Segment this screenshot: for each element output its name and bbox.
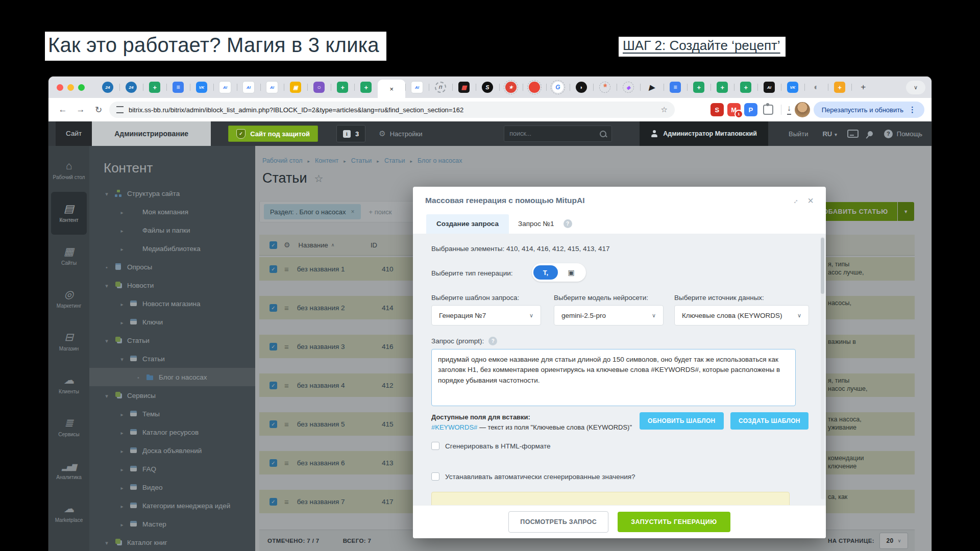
html-format-checkbox[interactable]	[431, 442, 439, 450]
bitrix-top-bar: Сайт Администрирование Сайт под защитой …	[48, 121, 932, 146]
pinned-tab[interactable]: ×	[378, 80, 405, 98]
pinned-tab[interactable]: П	[429, 77, 452, 98]
pinned-tab[interactable]: 24	[119, 77, 143, 98]
browser-menu-icon[interactable]: ⋮	[909, 105, 916, 114]
admin-search-input[interactable]: поиск...	[504, 126, 612, 142]
create-template-button[interactable]: СОЗДАТЬ ШАБЛОН	[730, 412, 808, 430]
pinned-tab[interactable]	[523, 77, 546, 98]
close-icon[interactable]	[807, 195, 814, 206]
image-generation-option[interactable]	[558, 268, 584, 277]
chevron-down-icon: ∨	[652, 312, 656, 319]
info-icon	[343, 130, 351, 138]
pinned-tab[interactable]: ▦	[452, 77, 476, 98]
close-window-button[interactable]	[57, 84, 63, 91]
modal-footer: ПОСМОТРЕТЬ ЗАПРОС ЗАПУСТИТЬ ГЕНЕРАЦИЮ	[413, 505, 826, 538]
pinned-tab[interactable]: ≡	[664, 77, 687, 98]
tab-help-icon[interactable]	[564, 219, 572, 228]
back-icon[interactable]: ←	[56, 105, 70, 115]
pinned-tab[interactable]: +	[851, 77, 875, 98]
prompt-textarea[interactable]: придумай одно емкое название для статьи …	[431, 349, 796, 406]
fullscreen-window-button[interactable]	[78, 84, 85, 91]
pinned-tab[interactable]: 24	[96, 77, 119, 98]
pinned-tab[interactable]: ★	[499, 77, 523, 98]
window-controls	[57, 84, 85, 91]
pinned-tab[interactable]: +	[143, 77, 166, 98]
template-select[interactable]: Генерация №7 ∨	[431, 305, 541, 325]
run-generation-button[interactable]: ЗАПУСТИТЬ ГЕНЕРАЦИЮ	[618, 512, 730, 532]
tab-favicon: П	[435, 82, 446, 93]
site-protected-label: Сайт под защитой	[250, 130, 310, 138]
pinned-tab[interactable]: +	[828, 77, 851, 98]
tab-favicon: +	[693, 82, 704, 93]
pinned-tab[interactable]: AI	[757, 77, 781, 98]
model-label: Выберите модель нейросети:	[554, 294, 648, 302]
pinned-tab[interactable]: +	[710, 77, 734, 98]
view-request-button[interactable]: ПОСМОТРЕТЬ ЗАПРОС	[508, 511, 608, 533]
downloads-icon[interactable]: ↓	[787, 105, 791, 115]
pinned-tab[interactable]: AI	[213, 77, 237, 98]
tab-site[interactable]: Сайт	[56, 121, 92, 146]
notifications-counter[interactable]: 3	[336, 125, 365, 142]
pinned-tab[interactable]: ◆	[617, 77, 640, 98]
pinned-tab[interactable]: ○	[307, 77, 331, 98]
pinned-tab[interactable]: AI	[405, 77, 429, 98]
prompt-help-icon[interactable]	[488, 337, 497, 345]
language-switcher[interactable]: RU	[822, 130, 837, 138]
model-select-value: gemini-2.5-pro	[561, 312, 606, 319]
tab-administration[interactable]: Администрирование	[92, 121, 211, 146]
extension-mail-icon[interactable]: M	[727, 103, 741, 116]
pinned-tab[interactable]: ▣	[284, 77, 307, 98]
pinned-tab[interactable]: S	[476, 77, 499, 98]
site-protected-button[interactable]: Сайт под защитой	[228, 126, 318, 142]
settings-button[interactable]: Настройки	[379, 129, 422, 138]
profile-avatar[interactable]	[795, 102, 810, 117]
minimize-window-button[interactable]	[67, 84, 74, 91]
tab-create-request[interactable]: Создание запроса	[426, 214, 509, 234]
mass-generation-modal: Массовая генерация с помощью MitupAI Соз…	[413, 187, 826, 538]
pinned-tab[interactable]: ▶	[640, 77, 664, 98]
pinned-tab[interactable]: +	[331, 77, 354, 98]
pinned-tab[interactable]: +	[687, 77, 710, 98]
extension-s-icon[interactable]: S	[710, 103, 724, 116]
pinned-tab[interactable]: AI	[260, 77, 284, 98]
forward-icon[interactable]: →	[74, 105, 88, 115]
bookmark-star-icon[interactable]: ☆	[661, 105, 668, 114]
help-button[interactable]: Помощь	[884, 130, 922, 138]
pinned-tab[interactable]: *	[593, 77, 617, 98]
source-select[interactable]: Ключевые слова (KEYWORDS) ∨	[674, 305, 809, 325]
expand-icon[interactable]	[790, 195, 800, 206]
tab-request-1[interactable]: Запрос №1	[509, 214, 563, 234]
pinned-tab[interactable]: ◐	[804, 77, 828, 98]
pinned-tab[interactable]: +	[354, 77, 378, 98]
browser-window: 24 24 + ≡ VK AI	[48, 77, 932, 551]
url-field[interactable]: bitrix.ss-bb.ru/bitrix/admin/iblock_list…	[109, 102, 675, 118]
restart-update-button[interactable]: Перезапустить и обновить ⋮	[814, 102, 924, 118]
modal-scrollbar[interactable]	[821, 237, 824, 499]
logout-link[interactable]: Выйти	[789, 130, 808, 138]
auto-set-checkbox[interactable]	[431, 472, 439, 481]
pinned-tab[interactable]: AI	[237, 77, 260, 98]
tab-favicon: ▦	[458, 82, 470, 93]
pinned-tab[interactable]: VK	[190, 77, 213, 98]
pinned-tab[interactable]: ≡	[166, 77, 190, 98]
model-select[interactable]: gemini-2.5-pro ∨	[554, 305, 664, 325]
extension-blue-icon[interactable]: P	[744, 103, 757, 116]
text-generation-option[interactable]	[533, 265, 558, 280]
pin-icon[interactable]	[867, 130, 874, 137]
tab-favicon: AI	[219, 81, 231, 93]
current-user-button[interactable]: Администратор Митаповский	[640, 121, 768, 146]
generation-type-toggle[interactable]	[532, 263, 586, 282]
hotkeys-icon[interactable]	[847, 130, 859, 138]
tab-list-chevron-icon[interactable]: ∨	[906, 81, 925, 94]
extensions-puzzle-icon[interactable]	[763, 105, 773, 115]
pinned-tab[interactable]: ◗	[570, 77, 593, 98]
pinned-tab[interactable]: VK	[781, 77, 804, 98]
browser-tab-strip: 24 24 + ≡ VK AI	[48, 77, 932, 98]
reload-icon[interactable]: ↻	[91, 105, 106, 115]
pinned-tab[interactable]: +	[734, 77, 757, 98]
update-template-button[interactable]: ОБНОВИТЬ ШАБЛОН	[640, 412, 724, 430]
available-fields-line: #KEYWORDS# — текст из поля "Ключевые сло…	[431, 423, 632, 431]
user-name: Администратор Митаповский	[663, 130, 757, 137]
site-info-icon[interactable]	[116, 106, 124, 113]
pinned-tab[interactable]: G	[546, 77, 570, 98]
